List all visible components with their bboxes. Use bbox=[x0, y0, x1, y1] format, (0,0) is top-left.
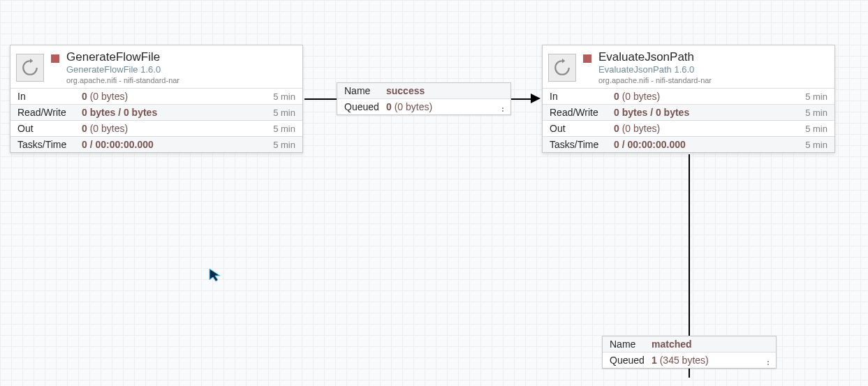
stat-period: 5 min bbox=[805, 91, 827, 102]
processor-glyph-icon bbox=[21, 59, 39, 77]
stat-label: Tasks/Time bbox=[17, 139, 82, 150]
processor-type: EvaluateJsonPath 1.6.0 bbox=[598, 64, 712, 75]
stat-label: Read/Write bbox=[17, 107, 82, 118]
stat-period: 5 min bbox=[273, 124, 295, 134]
svg-marker-2 bbox=[209, 269, 220, 281]
stat-period: 5 min bbox=[273, 91, 295, 102]
connection-label: Name bbox=[610, 339, 652, 350]
connection-name-row: Name matched bbox=[603, 336, 776, 352]
stat-period: 5 min bbox=[273, 107, 295, 118]
backpressure-indicator-icon bbox=[502, 107, 503, 113]
connection-queued-value: 0 (0 bytes) bbox=[386, 101, 432, 112]
processor-icon bbox=[16, 54, 44, 82]
processor-bundle: org.apache.nifi - nifi-standard-nar bbox=[66, 76, 179, 86]
stat-row-taskstime: Tasks/Time 0 / 00:00:00.000 5 min bbox=[543, 137, 834, 152]
processor-title-block: EvaluateJsonPath EvaluateJsonPath 1.6.0 … bbox=[598, 50, 712, 85]
stat-period: 5 min bbox=[805, 140, 827, 150]
stat-label: Tasks/Time bbox=[550, 139, 614, 150]
stat-label: In bbox=[17, 91, 82, 102]
stat-value: 0 bytes / 0 bytes bbox=[614, 107, 805, 118]
connection-matched[interactable]: Name matched Queued 1 (345 bytes) bbox=[602, 336, 777, 369]
connector-line bbox=[304, 98, 337, 100]
processor-name: EvaluateJsonPath bbox=[598, 50, 712, 64]
arrow-head-icon bbox=[531, 94, 540, 103]
stopped-status-icon bbox=[51, 54, 59, 63]
stat-value: 0 (0 bytes) bbox=[614, 91, 805, 102]
stat-row-out: Out 0 (0 bytes) 5 min bbox=[10, 121, 302, 137]
stat-value: 0 (0 bytes) bbox=[82, 123, 273, 134]
connection-queued-row: Queued 0 (0 bytes) bbox=[337, 99, 510, 114]
processor-icon bbox=[548, 54, 576, 82]
connection-queued-value: 1 (345 bytes) bbox=[652, 355, 709, 366]
stat-value: 0 / 00:00:00.000 bbox=[82, 139, 273, 150]
stat-row-out: Out 0 (0 bytes) 5 min bbox=[543, 121, 834, 137]
stat-row-taskstime: Tasks/Time 0 / 00:00:00.000 5 min bbox=[10, 137, 302, 152]
stat-row-in: In 0 (0 bytes) 5 min bbox=[543, 89, 834, 105]
stat-value: 0 / 00:00:00.000 bbox=[614, 139, 805, 150]
stopped-status-icon bbox=[583, 54, 591, 63]
processor-header: EvaluateJsonPath EvaluateJsonPath 1.6.0 … bbox=[543, 45, 834, 89]
connector-line bbox=[511, 98, 532, 100]
connection-name-value: matched bbox=[652, 339, 692, 350]
connection-success[interactable]: Name success Queued 0 (0 bytes) bbox=[337, 82, 511, 115]
svg-marker-1 bbox=[562, 59, 565, 64]
stat-value: 0 (0 bytes) bbox=[82, 91, 273, 102]
stat-period: 5 min bbox=[273, 140, 295, 150]
connection-label: Name bbox=[344, 85, 386, 96]
connection-name-value: success bbox=[386, 85, 425, 96]
stat-period: 5 min bbox=[805, 124, 827, 134]
stat-row-in: In 0 (0 bytes) 5 min bbox=[10, 89, 302, 105]
stat-row-readwrite: Read/Write 0 bytes / 0 bytes 5 min bbox=[10, 105, 302, 121]
processor-bundle: org.apache.nifi - nifi-standard-nar bbox=[598, 76, 712, 86]
stat-label: Out bbox=[550, 123, 614, 134]
stat-row-readwrite: Read/Write 0 bytes / 0 bytes 5 min bbox=[543, 105, 834, 121]
stat-value: 0 bytes / 0 bytes bbox=[82, 107, 273, 118]
connection-name-row: Name success bbox=[337, 83, 510, 99]
stat-value: 0 (0 bytes) bbox=[614, 123, 805, 134]
processor-header: GenerateFlowFile GenerateFlowFile 1.6.0 … bbox=[10, 45, 302, 89]
stat-label: Out bbox=[17, 123, 82, 134]
stat-label: Read/Write bbox=[550, 107, 614, 118]
processor-name: GenerateFlowFile bbox=[66, 50, 179, 64]
stat-label: In bbox=[550, 91, 614, 102]
processor-type: GenerateFlowFile 1.6.0 bbox=[66, 64, 179, 75]
processor-generateflowfile[interactable]: GenerateFlowFile GenerateFlowFile 1.6.0 … bbox=[10, 45, 303, 153]
backpressure-indicator-icon bbox=[767, 361, 769, 366]
processor-evaluatejsonpath[interactable]: EvaluateJsonPath EvaluateJsonPath 1.6.0 … bbox=[542, 45, 835, 153]
connection-queued-row: Queued 1 (345 bytes) bbox=[603, 352, 776, 368]
stat-period: 5 min bbox=[805, 107, 827, 118]
processor-glyph-icon bbox=[553, 59, 571, 77]
svg-marker-0 bbox=[30, 59, 33, 64]
processor-title-block: GenerateFlowFile GenerateFlowFile 1.6.0 … bbox=[66, 50, 179, 85]
connection-label: Queued bbox=[610, 355, 652, 366]
connection-label: Queued bbox=[344, 101, 386, 112]
cursor-icon bbox=[208, 267, 222, 285]
